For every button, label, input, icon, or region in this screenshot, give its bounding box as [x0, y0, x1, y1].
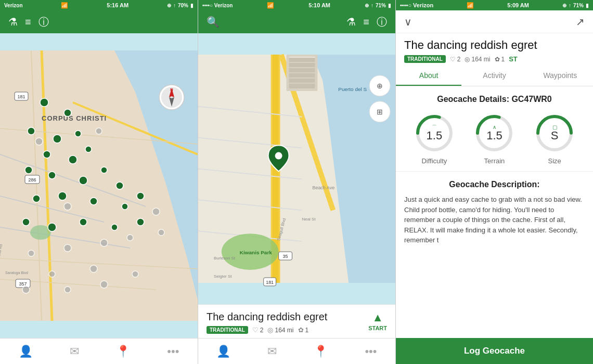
size-label: Size [548, 157, 561, 165]
nav-location-1[interactable]: 📍 [116, 345, 130, 358]
tab-activity[interactable]: Activity [461, 66, 527, 86]
svg-point-29 [69, 155, 77, 164]
svg-text:N: N [170, 87, 173, 92]
battery-icon-1: ▮ [190, 3, 194, 8]
svg-point-36 [33, 195, 40, 202]
map-overview[interactable]: 181 286 357 CORPUS CHRISTI S Alameda St … [0, 33, 198, 338]
size-value: ▢ S [551, 125, 559, 141]
details-section-title: Geocache Details: GC47WR0 [404, 95, 585, 104]
svg-text:Seigler St: Seigler St [214, 274, 232, 279]
toolbar-3: ∨ ↗ [396, 10, 593, 33]
terrain-label: Terrain [484, 157, 505, 165]
terrain-metric: ∧ 1.5 Terrain [473, 112, 515, 165]
svg-point-23 [40, 98, 48, 107]
status-bar-2: ••••○ Verizon 📶 5:10 AM ⊕ ↑ 71% ▮ [198, 0, 395, 10]
battery-3: 71% [573, 3, 584, 8]
logs-3: ✿ 1 [495, 56, 505, 63]
time-2: 5:10 AM [308, 2, 330, 8]
distance-icon-3: ◎ [465, 56, 470, 63]
back-icon[interactable]: ∨ [404, 16, 412, 28]
distance-2: ◎ 164 mi [267, 326, 293, 334]
nav-mail-1[interactable]: ✉ [70, 345, 79, 358]
heart-icon-2: ♡ [252, 326, 259, 334]
difficulty-value: ⌒ 1.5 [427, 125, 443, 141]
difficulty-metric: ⌒ 1.5 Difficulty [414, 112, 455, 165]
arrow-icon-3: ↑ [569, 3, 571, 8]
difficulty-label: Difficulty [421, 157, 447, 165]
nav-more-1[interactable]: ••• [167, 345, 179, 358]
tab-waypoints[interactable]: Waypoints [527, 66, 593, 86]
svg-point-25 [28, 127, 35, 135]
svg-point-58 [65, 287, 71, 293]
svg-point-55 [90, 265, 97, 272]
arrow-icon-2: ↑ [371, 3, 373, 8]
svg-text:⊕: ⊕ [377, 82, 383, 90]
start-button-2[interactable]: ▲ START [368, 311, 387, 331]
svg-point-28 [43, 151, 50, 158]
metrics-row: ⌒ 1.5 Difficulty ∧ [404, 112, 585, 165]
nav-more-2[interactable]: ••• [365, 345, 377, 358]
battery-icon-3: ▮ [586, 3, 589, 8]
bug-icon-3: ✿ [495, 56, 500, 63]
detail-meta: TRADITIONAL ♡ 2 ◎ 164 mi ✿ 1 ST [404, 55, 585, 63]
gps-icon-3: ⊕ [562, 3, 566, 8]
svg-point-46 [35, 138, 43, 145]
svg-point-96 [275, 152, 282, 160]
logs-2: ✿ 1 [298, 326, 309, 334]
filter-icon-1[interactable]: ⚗ [8, 16, 18, 28]
svg-point-32 [48, 172, 56, 179]
map-svg-1: 181 286 357 CORPUS CHRISTI S Alameda St … [0, 33, 198, 338]
time-1: 5:16 AM [107, 2, 128, 8]
svg-point-34 [101, 167, 107, 173]
map-detail[interactable]: Kiwanis Park 181 35 Puerto del S Beach A… [198, 33, 395, 304]
filter-icon-2[interactable]: ⚗ [346, 16, 356, 28]
svg-text:⊞: ⊞ [377, 108, 383, 116]
svg-point-33 [79, 176, 87, 185]
panel-map-overview: Verizon 📶 5:16 AM ⊕ ↑ 70% ▮ ⚗ ≡ ⓘ [0, 0, 198, 364]
description-section: Geocache Description: Just a quick and e… [396, 172, 593, 254]
search-icon-2[interactable]: 🔍 [207, 16, 220, 28]
list-icon-2[interactable]: ≡ [363, 16, 369, 28]
nav-location-2[interactable]: 📍 [314, 345, 328, 358]
tab-about[interactable]: About [396, 66, 461, 86]
log-geocache-button[interactable]: Log Geocache [396, 338, 593, 364]
info-icon-1[interactable]: ⓘ [38, 15, 49, 29]
svg-point-52 [127, 235, 133, 241]
share-icon[interactable]: ↗ [576, 16, 585, 28]
svg-point-57 [22, 286, 30, 293]
log-geocache-label: Log Geocache [464, 346, 525, 356]
svg-point-24 [64, 109, 71, 116]
svg-point-42 [48, 223, 56, 231]
bottom-nav-1: 👤 ✉ 📍 ••• [0, 338, 198, 364]
description-text: Just a quick and easy cache to grab with… [404, 194, 585, 245]
bug-icon-2: ✿ [298, 326, 304, 334]
size-ring: ▢ S [534, 112, 575, 154]
svg-point-39 [122, 203, 128, 210]
list-icon-1[interactable]: ≡ [25, 16, 31, 28]
nav-person-1[interactable]: 👤 [19, 345, 33, 358]
svg-text:Neal St: Neal St [302, 217, 316, 222]
svg-point-37 [58, 192, 67, 200]
svg-point-48 [64, 203, 71, 210]
time-3: 5:09 AM [507, 2, 529, 8]
start-arrow-icon: ▲ [372, 311, 383, 324]
geocache-details: Geocache Details: GC47WR0 ⌒ 1.5 [396, 86, 593, 172]
cache-bottom-sheet: The dancing reddish egret TRADITIONAL ♡ … [198, 304, 395, 338]
distance-3: ◎ 164 mi [465, 56, 490, 63]
nav-person-2[interactable]: 👤 [216, 345, 230, 358]
gps-icon-1: ⊕ [167, 3, 171, 8]
svg-text:Kiwanis Park: Kiwanis Park [240, 250, 273, 255]
info-icon-2[interactable]: ⓘ [377, 15, 387, 29]
svg-text:181: 181 [266, 280, 274, 285]
status-bar-1: Verizon 📶 5:16 AM ⊕ ↑ 70% ▮ [0, 0, 198, 10]
map-svg-2: Kiwanis Park 181 35 Puerto del S Beach A… [198, 33, 395, 304]
detail-header: The dancing reddish egret TRADITIONAL ♡ … [396, 33, 593, 66]
terrain-value: ∧ 1.5 [486, 125, 502, 141]
svg-point-27 [75, 131, 81, 137]
heart-icon-3: ♡ [450, 56, 456, 63]
nav-mail-2[interactable]: ✉ [267, 345, 277, 358]
panel-cache-map: ••••○ Verizon 📶 5:10 AM ⊕ ↑ 71% ▮ 🔍 ⚗ ≡ … [198, 0, 395, 364]
start-label: START [368, 325, 387, 331]
tabs: About Activity Waypoints [396, 66, 593, 86]
svg-text:Beach Ave: Beach Ave [312, 185, 334, 190]
